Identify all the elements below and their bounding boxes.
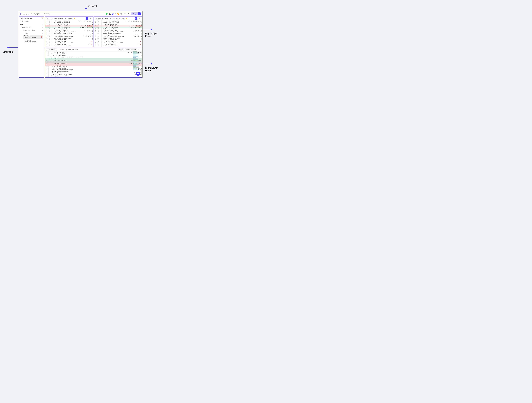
merged-view-label: Merged View xyxy=(49,49,56,50)
svg-point-0 xyxy=(31,13,32,14)
chat-bubble-button[interactable] xyxy=(136,72,140,76)
diff-panel-main: main DropDown (DropDown_qwddst9h) 🔒 4545… xyxy=(45,16,93,47)
orange-count-badge[interactable]: 12 xyxy=(117,13,119,15)
svg-point-3 xyxy=(44,13,44,14)
accept-all-button[interactable] xyxy=(135,17,137,20)
code-area-branch[interactable]: 4545│ │ │ │ "kw-key">themeStyle: "kw-val… xyxy=(94,20,142,47)
code-line: 5555│ │ "kw-key">borderColorValue: xyxy=(45,38,93,39)
svg-point-20 xyxy=(139,18,140,19)
merged-panel: Merged View DropDown (DropDown_qwddst9h)… xyxy=(45,48,142,78)
diff-panel-branch: ui-styling2 DropDown (DropDown_qwddst9h)… xyxy=(94,16,142,47)
code-line: 6060│ │ "kw-key">borderWidthValue: xyxy=(94,45,142,47)
accept-all-button[interactable] xyxy=(86,17,89,20)
code-line: 5151│ │ │ "kw-key">mostRecentInputValue:… xyxy=(45,31,93,33)
warning-triangle-icon[interactable] xyxy=(109,13,111,15)
merged-view-pill[interactable]: Merged View xyxy=(46,49,57,51)
code-line: 57│ │ │ "kw-key">inputValue: "kw-val">24 xyxy=(45,72,142,74)
svg-point-23 xyxy=(48,49,48,50)
merge-button[interactable]: Merge xyxy=(131,13,138,15)
svg-point-24 xyxy=(139,49,140,50)
svg-point-18 xyxy=(96,19,96,19)
code-line: 5858│ │ │ "kw-key">mostRecentInputValue: xyxy=(45,42,93,44)
code-line: 4747│ │ │ "kw-key">inputValue: xyxy=(45,24,93,25)
source-branch-pill[interactable]: ui-styling2 xyxy=(30,13,40,15)
tree-node-label: Node xyxy=(20,32,28,34)
minimap-main xyxy=(90,27,92,33)
chevron-down-icon: ⌄ xyxy=(42,26,43,28)
search-input[interactable] xyxy=(22,21,43,22)
chevron-down-icon xyxy=(139,13,140,14)
annotation-left-label: Left Panel xyxy=(3,50,13,53)
tree-node-row[interactable]: Node ⌄ xyxy=(19,31,44,34)
code-line: 48+│ │ │ │ "kw-key">themeColor: "kw-val"… xyxy=(45,27,93,28)
svg-point-2 xyxy=(32,13,32,14)
app-logo-icon xyxy=(20,13,22,15)
code-area-merged[interactable]: 45│ │ │ │ "kw-key">themeStyle: "kw-val">… xyxy=(45,51,142,77)
arrow-icon: → xyxy=(41,13,42,15)
preview-button[interactable] xyxy=(138,17,141,19)
annotation-ru-line xyxy=(142,30,151,30)
search-icon xyxy=(20,21,21,22)
tree-widgettree-row[interactable]: Widget Tree Outline ⌄ xyxy=(19,29,44,31)
diff-header-main: main DropDown (DropDown_qwddst9h) 🔒 xyxy=(45,17,93,20)
app-window: Merging ui-styling2 → main 5 12 Cancel M… xyxy=(18,11,143,78)
tree-selected-dropdown[interactable]: DropDown (DropDown_qwddst9 1 xyxy=(23,35,43,39)
settings-icon[interactable] xyxy=(42,17,43,19)
preview-button[interactable] xyxy=(138,49,141,51)
code-line: 5757│ │ │ │ "kw-key">value: "">0" xyxy=(94,41,142,42)
code-line: 4545│ │ │ │ "kw-key">themeStyle: "kw-val… xyxy=(94,20,142,22)
search-row xyxy=(19,20,44,23)
svg-point-15 xyxy=(48,18,48,18)
code-line: 5454│ │ │ "kw-key">mostRecentInputValue:… xyxy=(45,36,93,38)
svg-point-13 xyxy=(47,18,47,18)
left-panel-header: Project Configuration xyxy=(19,17,44,20)
svg-point-6 xyxy=(106,13,108,15)
lightning-icon[interactable] xyxy=(114,13,116,15)
code-line: 48<<<<<<< main xyxy=(45,58,142,60)
code-line: 56│ │ "kw-key">borderRadiusValue: xyxy=(45,70,142,72)
blue-count-badge[interactable]: 5 xyxy=(112,13,114,15)
svg-point-12 xyxy=(20,21,21,22)
prev-conflict-button[interactable] xyxy=(118,48,120,51)
diff-branch-pill-branch[interactable]: ui-styling2 xyxy=(95,17,104,19)
code-line: 51│ │ │ │ "kw-key">themeColor: "kw-val">… xyxy=(45,63,142,64)
svg-point-9 xyxy=(121,13,122,14)
preview-button[interactable] xyxy=(89,17,92,19)
code-line: 48+│ │ │ │ "kw-key">themeColor: "kw-val"… xyxy=(94,27,142,28)
merged-header: Merged View DropDown (DropDown_qwddst9h)… xyxy=(45,48,142,51)
merged-file-title: DropDown (DropDown_qwddst9h) xyxy=(58,49,78,50)
tree-iconbutton-row[interactable]: IconButton (IconButton_ajjkyf2c) ● xyxy=(19,39,44,43)
tree-page-row[interactable]: Page ⌄ xyxy=(19,23,44,26)
annotation-left-line xyxy=(8,47,18,48)
merge-dropdown-button[interactable] xyxy=(138,13,141,15)
code-line: 5454│ │ │ "kw-key">mostRecentInputValue:… xyxy=(94,36,142,38)
next-conflict-button[interactable] xyxy=(121,48,124,51)
lock-icon: 🔒 xyxy=(74,18,75,19)
check-circle-icon[interactable] xyxy=(106,13,108,15)
left-panel: Project Configuration Page ⌄ ProductList… xyxy=(19,16,44,78)
code-line: 4949│ │ "kw-key">elevationValue: xyxy=(94,28,142,30)
annotation-rl-label: Right Lower Panel xyxy=(145,67,164,72)
minimap-branch xyxy=(139,27,141,33)
scrollbar-thumb[interactable] xyxy=(141,69,142,76)
code-line: 5555│ │ "kw-key">borderColorValue: xyxy=(94,38,142,39)
chevron-down-icon: ⌄ xyxy=(42,24,43,25)
minimap-merged[interactable] xyxy=(133,51,141,70)
tree-selected-label: DropDown (DropDown_qwddst9 xyxy=(24,35,40,38)
diff-branch-pill-main[interactable]: main xyxy=(46,17,53,19)
code-line: 5959│ │ │ │ "kw-key">value: "">0" xyxy=(45,44,93,45)
code-line: 5050│ │ │ "kw-key">inputValue: "kw-val">… xyxy=(94,30,142,31)
bug-icon[interactable] xyxy=(120,13,122,15)
target-branch-pill[interactable]: main xyxy=(43,13,50,15)
code-line: 5353│ │ │ "kw-key">inputValue: "kw-val">… xyxy=(94,34,142,36)
tree-productlist-label: ProductListPage xyxy=(20,27,31,28)
branch-icon xyxy=(47,18,48,19)
code-area-main[interactable]: 4545│ │ │ │ "kw-key">themeStyle: "kw-val… xyxy=(45,20,93,47)
accept-hint[interactable]: Accept change in main | Accept change in… xyxy=(45,56,142,58)
tree-productlist-row[interactable]: ProductListPage ⌄ xyxy=(19,26,44,29)
cancel-button[interactable]: Cancel xyxy=(123,13,130,15)
code-line: 59│ │ "kw-key">borderColorValue: xyxy=(45,75,142,77)
svg-point-5 xyxy=(45,13,45,14)
dot-indicator-icon: ● xyxy=(42,40,43,42)
branch-icon xyxy=(31,13,32,14)
